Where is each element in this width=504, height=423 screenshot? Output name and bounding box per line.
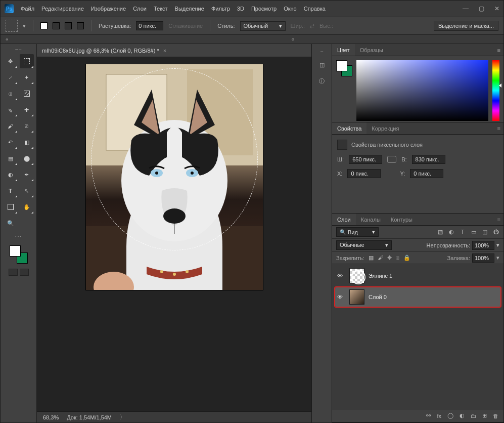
close-button[interactable]: ✕ bbox=[494, 5, 499, 12]
tab-adjustments[interactable]: Коррекция bbox=[366, 122, 404, 134]
chevron-down-icon[interactable]: ▾ bbox=[496, 255, 499, 261]
visibility-icon[interactable]: 👁 bbox=[337, 273, 345, 279]
menu-select[interactable]: Выделение bbox=[175, 6, 204, 12]
right-expand-icon[interactable]: « bbox=[292, 36, 295, 42]
feather-input[interactable]: 0 пикс. bbox=[136, 21, 163, 30]
canvas-image[interactable] bbox=[86, 64, 263, 290]
active-tool-icon[interactable] bbox=[6, 20, 18, 32]
link-layers-icon[interactable]: ⚯ bbox=[426, 412, 431, 419]
y-value[interactable]: 0 пикс. bbox=[410, 169, 443, 178]
blend-mode-select[interactable]: Обычные▾ bbox=[336, 240, 392, 250]
screenmode-icon[interactable] bbox=[20, 269, 29, 276]
tool-path-select[interactable] bbox=[20, 184, 34, 198]
foreground-color[interactable] bbox=[10, 245, 21, 257]
lock-paint-icon[interactable]: 🖌 bbox=[378, 255, 383, 261]
tool-move[interactable] bbox=[4, 54, 18, 68]
panel-menu-icon[interactable]: ≡ bbox=[497, 47, 500, 53]
menu-edit[interactable]: Редактирование bbox=[41, 6, 84, 12]
tool-eraser[interactable] bbox=[20, 135, 34, 149]
tool-zoom[interactable] bbox=[4, 216, 18, 230]
layer-item[interactable]: 👁 Эллипс 1 bbox=[335, 266, 500, 285]
style-select[interactable]: Обычный▾ bbox=[240, 21, 286, 31]
canvas-viewport[interactable] bbox=[37, 57, 311, 411]
lock-all-icon[interactable]: 🔒 bbox=[403, 255, 410, 261]
left-expand-icon[interactable]: « bbox=[6, 36, 9, 42]
tool-marquee[interactable] bbox=[20, 54, 34, 68]
filter-shape-icon[interactable]: ▭ bbox=[470, 229, 477, 235]
new-group-icon[interactable]: 🗀 bbox=[471, 413, 476, 419]
maximize-button[interactable]: ▢ bbox=[479, 5, 484, 12]
opacity-value[interactable]: 100% bbox=[472, 241, 494, 250]
filter-adjust-icon[interactable]: ◐ bbox=[448, 229, 455, 235]
color-field[interactable] bbox=[356, 60, 488, 121]
history-panel-icon[interactable]: ◫ bbox=[316, 59, 328, 70]
panel-menu-icon[interactable]: ≡ bbox=[497, 125, 500, 132]
tab-channels[interactable]: Каналы bbox=[356, 214, 386, 225]
tool-lasso[interactable] bbox=[4, 70, 18, 84]
tab-layers[interactable]: Слои bbox=[332, 214, 356, 225]
tab-paths[interactable]: Контуры bbox=[386, 214, 418, 225]
menu-view[interactable]: Просмотр bbox=[251, 6, 277, 12]
x-value[interactable]: 0 пикс. bbox=[347, 169, 381, 178]
tool-crop[interactable] bbox=[4, 87, 18, 101]
selection-subtract-icon[interactable] bbox=[65, 22, 72, 29]
tool-frame[interactable] bbox=[20, 87, 34, 101]
dock-grip-icon[interactable]: ┅ bbox=[320, 49, 324, 54]
lock-position-icon[interactable]: ✥ bbox=[387, 255, 392, 261]
selection-add-icon[interactable] bbox=[53, 22, 60, 29]
menu-layer[interactable]: Слои bbox=[133, 6, 147, 12]
quickmask-icon[interactable] bbox=[9, 269, 18, 276]
visibility-icon[interactable]: 👁 bbox=[337, 294, 345, 300]
menu-window[interactable]: Окно bbox=[284, 6, 297, 12]
height-value[interactable]: 830 пикс. bbox=[412, 155, 445, 164]
tool-shape[interactable] bbox=[4, 200, 18, 214]
tab-color[interactable]: Цвет bbox=[332, 44, 355, 56]
menu-filter[interactable]: Фильтр bbox=[211, 6, 230, 12]
zoom-level[interactable]: 68,3% bbox=[43, 414, 59, 420]
minimize-button[interactable]: ― bbox=[463, 5, 469, 12]
selection-intersect-icon[interactable] bbox=[77, 22, 84, 29]
edit-toolbar-icon[interactable]: ⋯ bbox=[15, 232, 22, 240]
layer-item[interactable]: 👁 Слой 0 bbox=[335, 287, 500, 307]
tool-clone-stamp[interactable] bbox=[20, 119, 34, 133]
new-adjustment-icon[interactable]: ◐ bbox=[460, 412, 465, 419]
filter-toggle-icon[interactable]: ⏻ bbox=[492, 229, 499, 235]
filter-smart-icon[interactable]: ◫ bbox=[481, 229, 488, 235]
layer-filter-select[interactable]: 🔍Вид▾ bbox=[336, 227, 379, 237]
document-tab[interactable]: mIh09iC8x6U.jpg @ 68,3% (Слой 0, RGB/8#)… bbox=[37, 44, 311, 57]
panel-menu-icon[interactable]: ≡ bbox=[497, 217, 500, 223]
tool-history-brush[interactable] bbox=[4, 135, 18, 149]
tab-properties[interactable]: Свойства bbox=[332, 122, 366, 134]
menu-3d[interactable]: 3D bbox=[237, 6, 244, 12]
chevron-down-icon[interactable]: ▾ bbox=[23, 23, 26, 29]
delete-layer-icon[interactable]: 🗑 bbox=[493, 413, 498, 419]
color-foreground-background[interactable] bbox=[336, 60, 352, 76]
filter-pixel-icon[interactable]: ▧ bbox=[437, 229, 444, 235]
new-layer-icon[interactable]: ⊞ bbox=[482, 412, 487, 419]
menu-text[interactable]: Текст bbox=[154, 6, 168, 12]
layer-thumb[interactable] bbox=[349, 289, 364, 305]
status-chevron-icon[interactable]: 〉 bbox=[120, 413, 125, 421]
chevron-down-icon[interactable]: ▾ bbox=[496, 242, 499, 248]
menu-image[interactable]: Изображение bbox=[91, 6, 126, 12]
layer-thumb[interactable] bbox=[349, 268, 364, 283]
select-and-mask-button[interactable]: Выделение и маска... bbox=[434, 21, 498, 31]
selection-new-icon[interactable] bbox=[40, 22, 48, 29]
tool-gradient[interactable] bbox=[4, 151, 18, 165]
color-swatches[interactable] bbox=[10, 245, 28, 264]
filter-type-icon[interactable]: T bbox=[459, 229, 466, 235]
tool-dodge[interactable] bbox=[4, 167, 18, 182]
tool-hand[interactable] bbox=[20, 200, 34, 214]
tab-swatches[interactable]: Образцы bbox=[355, 44, 388, 56]
tool-brush[interactable] bbox=[4, 119, 18, 133]
tool-pen[interactable] bbox=[20, 167, 34, 182]
close-tab-icon[interactable]: × bbox=[163, 48, 166, 54]
layer-name[interactable]: Эллипс 1 bbox=[369, 273, 392, 279]
palette-grip-icon[interactable]: ┅┅ bbox=[11, 47, 26, 52]
width-value[interactable]: 650 пикс. bbox=[349, 155, 382, 164]
link-wh-icon[interactable] bbox=[387, 156, 396, 163]
menu-help[interactable]: Справка bbox=[304, 6, 326, 12]
tool-eyedropper[interactable] bbox=[4, 103, 18, 117]
tool-magic-wand[interactable] bbox=[20, 70, 34, 84]
layer-fx-icon[interactable]: fx bbox=[437, 413, 441, 419]
